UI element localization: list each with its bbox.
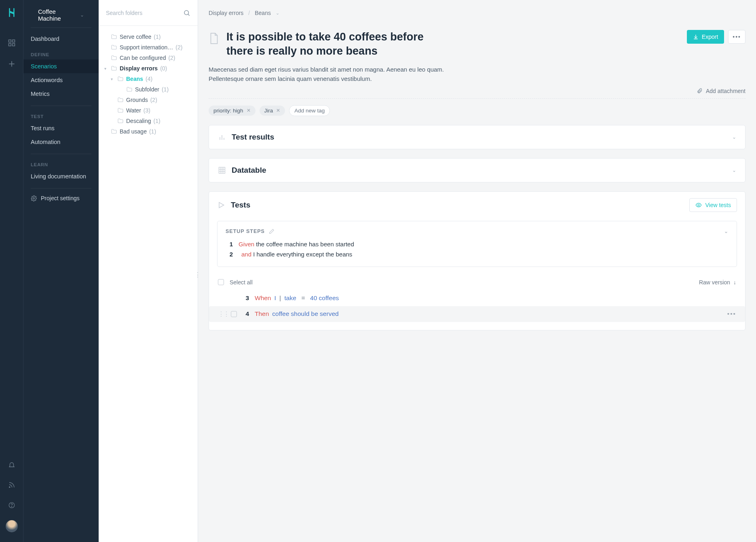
folder-icon [117, 97, 124, 103]
test-step[interactable]: ⋮⋮ 3 When I | take = 40 coffees [209, 290, 745, 306]
folder-count: (0) [160, 65, 167, 72]
test-results-panel[interactable]: Test results ⌄ [209, 125, 745, 149]
paperclip-icon [697, 88, 703, 94]
dashboard-icon[interactable] [8, 39, 16, 47]
step-number: 2 [226, 251, 233, 258]
sidebar-item-automation[interactable]: Automation [23, 135, 99, 149]
folder-icon [126, 86, 133, 93]
folder-item[interactable]: ▾Display errors (0) [103, 63, 194, 74]
breadcrumb-display-errors[interactable]: Display errors [209, 10, 243, 16]
folder-count: (1) [162, 86, 169, 93]
folder-item[interactable]: Serve coffee (1) [103, 32, 194, 42]
folder-label: Grounds [126, 97, 148, 103]
step-keyword: Then [255, 310, 269, 318]
select-all-checkbox[interactable] [218, 279, 224, 285]
breadcrumb: Display errors / Beans ⌄ [198, 0, 756, 26]
tag-priority-high[interactable]: priority: high ✕ [209, 106, 256, 116]
project-selector[interactable]: Coffee Machine ⌄ [31, 4, 91, 28]
svg-line-11 [188, 14, 189, 15]
drag-handle-icon[interactable]: ⋮⋮ [218, 310, 228, 318]
plus-icon[interactable] [8, 60, 16, 68]
folder-item[interactable]: Grounds (2) [103, 95, 194, 105]
document-icon [209, 32, 219, 44]
sidebar-item-scenarios[interactable]: Scenarios [23, 59, 99, 73]
folder-count: (3) [144, 107, 150, 114]
step-text: the coffee machine has been started [256, 241, 354, 248]
step-checkbox[interactable] [231, 311, 237, 317]
project-settings-label: Project settings [41, 195, 80, 201]
search-icon[interactable] [183, 9, 190, 17]
folder-item[interactable]: Support internation… (2) [103, 42, 194, 53]
svg-point-6 [9, 487, 10, 487]
help-icon[interactable] [8, 502, 15, 509]
folder-item[interactable]: Can be configured (2) [103, 53, 194, 63]
chevron-down-icon[interactable]: ⌄ [724, 229, 729, 234]
view-tests-label: View tests [705, 202, 731, 208]
folder-item[interactable]: Subfolder (1) [103, 84, 194, 95]
folders-panel: Serve coffee (1)Support internation… (2)… [99, 0, 198, 542]
logo-icon [6, 7, 17, 18]
chevron-down-icon: ⌄ [80, 12, 84, 18]
step-text: I handle everything except the beans [253, 251, 352, 258]
folder-count: (1) [154, 34, 160, 40]
dots-icon: ••• [733, 34, 741, 40]
page-title: It is possible to take 40 coffees before… [226, 30, 453, 58]
sidebar-item-living-doc[interactable]: Living documentation [23, 169, 99, 183]
sidebar-item-actionwords[interactable]: Actionwords [23, 73, 99, 87]
folder-count: (1) [153, 118, 160, 124]
sidebar-item-test-runs[interactable]: Test runs [23, 121, 99, 135]
raw-version-button[interactable]: Raw version ↓ [699, 279, 736, 286]
sidebar-item-project-settings[interactable]: Project settings [23, 190, 99, 206]
rss-icon[interactable] [8, 481, 15, 489]
step-text: coffee should be served [272, 310, 338, 318]
pencil-icon[interactable] [269, 229, 275, 234]
svg-point-8 [11, 506, 12, 507]
select-all-label[interactable]: Select all [230, 279, 253, 286]
resize-handle[interactable]: ⋮ [194, 271, 200, 279]
close-icon[interactable]: ✕ [276, 108, 280, 113]
step-keyword: When [255, 294, 271, 302]
datatable-panel[interactable]: Datatable ⌄ [209, 158, 745, 182]
grid-icon [218, 166, 226, 174]
arrow-down-icon: ↓ [733, 279, 736, 286]
avatar[interactable] [6, 520, 18, 532]
step-keyword: Given [239, 241, 254, 248]
sidebar: Coffee Machine ⌄ Dashboard DEFINE Scenar… [23, 0, 99, 542]
add-attachment-label: Add attachment [706, 88, 745, 94]
add-attachment-button[interactable]: Add attachment [697, 88, 745, 94]
sidebar-item-metrics[interactable]: Metrics [23, 87, 99, 101]
sidebar-item-dashboard[interactable]: Dashboard [23, 32, 99, 46]
folder-icon [111, 65, 117, 72]
step-more-icon[interactable]: ••• [727, 310, 736, 318]
sidebar-header-learn: LEARN [23, 156, 99, 169]
folder-label: Bad usage [120, 128, 147, 135]
test-step[interactable]: ⋮⋮ 4 Then coffee should be served ••• [209, 306, 745, 322]
folder-item[interactable]: ▾Beans (4) [103, 74, 194, 84]
tag-list: priority: high ✕ Jira ✕ Add new tag [209, 105, 745, 116]
step-arg: I [275, 294, 276, 302]
setup-step: 1Given the coffee machine has been start… [226, 239, 729, 249]
folder-item[interactable]: Water (3) [103, 105, 194, 116]
breadcrumb-beans[interactable]: Beans [255, 10, 271, 16]
export-button[interactable]: Export [687, 30, 724, 44]
chevron-down-icon[interactable]: ⌄ [276, 11, 279, 16]
more-menu-button[interactable]: ••• [728, 30, 745, 44]
folder-search [99, 0, 198, 26]
folder-label: Subfolder [135, 86, 159, 93]
main-content: Display errors / Beans ⌄ It is possible … [198, 0, 756, 542]
close-icon[interactable]: ✕ [247, 108, 251, 113]
svg-rect-15 [219, 167, 225, 173]
folder-item[interactable]: Descaling (1) [103, 116, 194, 126]
folder-icon [111, 55, 117, 61]
panel-title: Datatable [232, 166, 266, 175]
view-tests-button[interactable]: View tests [689, 198, 737, 212]
folder-item[interactable]: Bad usage (1) [103, 126, 194, 137]
bell-icon[interactable] [8, 461, 15, 468]
chevron-icon: ▾ [111, 77, 115, 81]
tag-jira[interactable]: Jira ✕ [260, 106, 285, 116]
svg-rect-2 [8, 44, 11, 46]
search-input[interactable] [106, 10, 183, 16]
folder-icon [111, 44, 117, 51]
add-tag-button[interactable]: Add new tag [289, 105, 330, 116]
folder-icon [111, 128, 117, 135]
